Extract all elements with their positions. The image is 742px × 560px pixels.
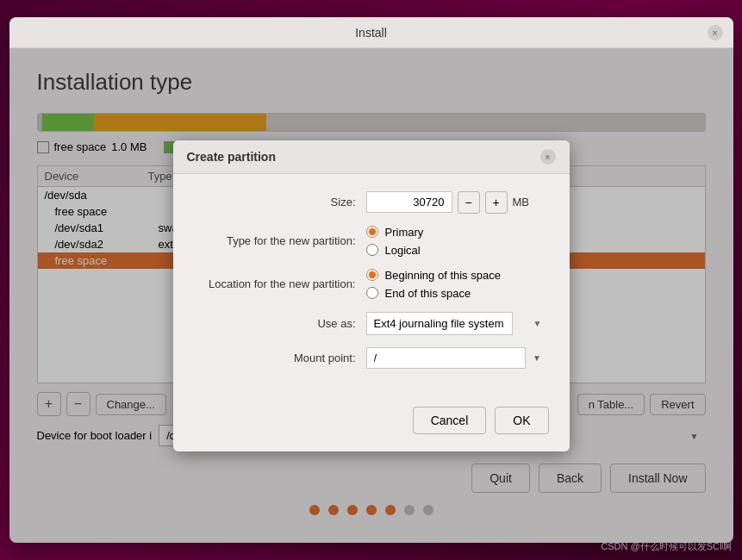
type-logical-radio[interactable] <box>366 244 378 256</box>
mount-dropdown-button[interactable]: ▼ <box>525 347 549 369</box>
window-title: Install <box>355 26 387 40</box>
location-radio-group: Beginning of this space End of this spac… <box>366 269 501 300</box>
use-as-row: Use as: Ext4 journaling file system <box>194 312 549 335</box>
title-bar: Install × <box>9 17 733 48</box>
type-logical-option[interactable]: Logical <box>366 244 424 257</box>
create-partition-dialog: Create partition × Size: − + MB <box>173 140 570 451</box>
dialog-actions: Cancel OK <box>173 398 570 451</box>
type-row: Type for the new partition: Primary Logi… <box>194 226 549 257</box>
main-content: Installation type free space 1.0 MB sda1… <box>9 48 733 543</box>
type-control: Primary Logical <box>366 226 549 257</box>
size-minus-button[interactable]: − <box>458 191 480 214</box>
dialog-title-bar: Create partition × <box>173 140 570 174</box>
dialog-title: Create partition <box>187 150 276 164</box>
use-as-control: Ext4 journaling file system <box>366 312 549 335</box>
mount-input-wrap: ▼ <box>366 347 549 369</box>
location-row: Location for the new partition: Beginnin… <box>194 269 549 300</box>
dialog-ok-button[interactable]: OK <box>495 407 548 434</box>
size-plus-button[interactable]: + <box>485 191 508 214</box>
location-end-radio[interactable] <box>366 287 378 299</box>
type-logical-label: Logical <box>385 244 421 257</box>
type-primary-option[interactable]: Primary <box>366 226 424 239</box>
type-radio-group: Primary Logical <box>366 226 424 257</box>
location-beginning-option[interactable]: Beginning of this space <box>366 269 501 282</box>
window-close-button[interactable]: × <box>708 25 723 40</box>
size-label: Size: <box>194 196 366 208</box>
dialog-body: Size: − + MB Type for the new partition: <box>173 174 570 398</box>
dialog-cancel-button[interactable]: Cancel <box>413 407 487 434</box>
use-as-label: Use as: <box>194 317 366 330</box>
location-beginning-label: Beginning of this space <box>385 269 501 282</box>
size-unit: MB <box>513 196 530 208</box>
location-beginning-radio[interactable] <box>366 269 378 281</box>
mount-point-input[interactable] <box>366 347 549 369</box>
size-input[interactable] <box>366 191 452 213</box>
mount-point-control: ▼ <box>366 347 549 369</box>
use-as-select[interactable]: Ext4 journaling file system <box>366 312 513 335</box>
type-primary-radio[interactable] <box>366 226 378 238</box>
mount-point-row: Mount point: ▼ <box>194 347 549 369</box>
mount-point-label: Mount point: <box>194 352 366 364</box>
type-primary-label: Primary <box>385 226 424 239</box>
location-label: Location for the new partition: <box>194 277 366 290</box>
size-control: − + MB <box>366 191 549 214</box>
main-window: Install × Installation type free space 1… <box>9 17 733 543</box>
location-end-option[interactable]: End of this space <box>366 287 501 300</box>
location-control: Beginning of this space End of this spac… <box>366 269 549 300</box>
size-row: Size: − + MB <box>194 191 549 214</box>
location-end-label: End of this space <box>385 287 471 300</box>
dialog-close-button[interactable]: × <box>540 149 556 165</box>
use-as-select-wrap[interactable]: Ext4 journaling file system <box>366 312 549 335</box>
type-label: Type for the new partition: <box>194 234 366 247</box>
dialog-overlay: Create partition × Size: − + MB <box>9 48 733 543</box>
